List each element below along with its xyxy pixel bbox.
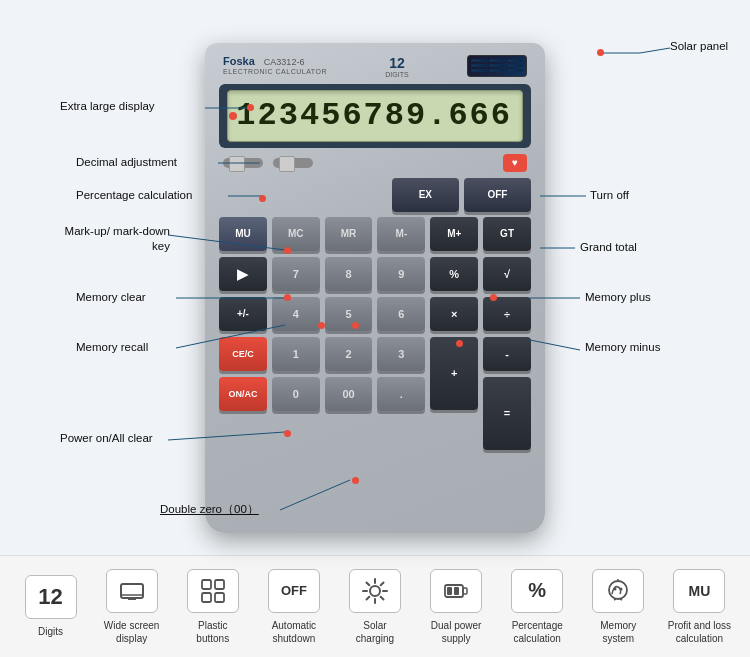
nine-button[interactable]: 9: [377, 257, 425, 291]
mc-button[interactable]: MC: [272, 217, 320, 251]
feature-auto-shutdown: OFF Automaticshutdown: [254, 569, 334, 645]
svg-rect-32: [447, 587, 452, 595]
four-button[interactable]: 4: [272, 297, 320, 331]
six-button[interactable]: 6: [377, 297, 425, 331]
feature-digits-icon: 12: [25, 575, 77, 619]
feature-auto-shutdown-label: Automaticshutdown: [272, 619, 316, 645]
svg-line-28: [381, 582, 384, 585]
mc-dot: [284, 294, 291, 301]
feature-bar: 12 Digits Wide screendisplay Plasticbutt…: [0, 555, 750, 657]
clear-entry-button[interactable]: CE/C: [219, 337, 267, 371]
sqrt-button[interactable]: √: [483, 257, 531, 291]
shift-button[interactable]: ▶: [219, 257, 267, 291]
memory-system-svg: [604, 577, 632, 605]
feature-profit-loss-icon: MU: [673, 569, 725, 613]
memory-minus-label: Memory minus: [585, 341, 660, 353]
svg-point-35: [614, 587, 617, 590]
svg-rect-18: [215, 580, 224, 589]
feature-solar-charging-icon: [349, 569, 401, 613]
mr-button[interactable]: MR: [325, 217, 373, 251]
svg-point-21: [370, 586, 380, 596]
solar-panel-dot: [597, 49, 604, 56]
calculator-body: Foska CA3312-6 ELECTRONIC CALCULATOR 12 …: [205, 43, 545, 533]
feature-solar-charging-label: Solarcharging: [356, 619, 394, 645]
minus-button[interactable]: -: [483, 337, 531, 371]
feature-profit-loss: MU Profit and losscalculation: [659, 569, 739, 645]
feature-wide-screen: Wide screendisplay: [92, 569, 172, 645]
rounding-slider[interactable]: [273, 158, 313, 168]
mplus-dot: [490, 294, 497, 301]
equals-button[interactable]: =: [483, 377, 531, 450]
brand-info: Foska CA3312-6 ELECTRONIC CALCULATOR: [223, 55, 327, 77]
mminus-button[interactable]: M-: [377, 217, 425, 251]
adjustment-row: ♥: [219, 154, 531, 172]
feature-plastic-buttons: Plasticbuttons: [173, 569, 253, 645]
display-indicator-dot: [229, 112, 237, 120]
divide-button[interactable]: ÷: [483, 297, 531, 331]
feature-dual-power-icon: [430, 569, 482, 613]
grand-total-label: Grand total: [580, 241, 637, 253]
mu-button[interactable]: MU: [219, 217, 267, 251]
three-button[interactable]: 3: [377, 337, 425, 371]
mu-dot: [284, 247, 291, 254]
one-button[interactable]: 1: [272, 337, 320, 371]
eight-button[interactable]: 8: [325, 257, 373, 291]
main-area: Foska CA3312-6 ELECTRONIC CALCULATOR 12 …: [0, 0, 750, 555]
mr-dot: [318, 322, 325, 329]
solar-panel: [467, 55, 527, 77]
feature-percentage: % Percentagecalculation: [497, 569, 577, 645]
display-dot-ann: [247, 104, 254, 111]
feature-dual-power: Dual powersupply: [416, 569, 496, 645]
svg-line-39: [620, 599, 622, 600]
feature-memory-system: Memorysystem: [578, 569, 658, 645]
doublezero-dot: [352, 477, 359, 484]
plastic-buttons-svg: [199, 577, 227, 605]
feature-wide-screen-label: Wide screendisplay: [104, 619, 160, 645]
svg-line-1: [640, 48, 670, 53]
mminus-label-dot: [456, 340, 463, 347]
two-button[interactable]: 2: [325, 337, 373, 371]
svg-rect-20: [215, 593, 224, 602]
mplus-button[interactable]: M+: [430, 217, 478, 251]
digits-number: 12: [389, 55, 405, 71]
gt-button[interactable]: GT: [483, 217, 531, 251]
wide-screen-svg: [118, 577, 146, 605]
five-button[interactable]: 5: [325, 297, 373, 331]
feature-percentage-label: Percentagecalculation: [512, 619, 563, 645]
svg-rect-17: [202, 580, 211, 589]
multiply-button[interactable]: ×: [430, 297, 478, 331]
seven-button[interactable]: 7: [272, 257, 320, 291]
feature-memory-system-label: Memorysystem: [600, 619, 636, 645]
percentage-calculation-label: Percentage calculation: [76, 189, 192, 201]
feature-wide-screen-icon: [106, 569, 158, 613]
mminus-dot: [352, 322, 359, 329]
doublezero-button[interactable]: 00: [325, 377, 373, 411]
off-button[interactable]: OFF: [464, 178, 531, 212]
ex-button[interactable]: EX: [392, 178, 459, 212]
zero-button[interactable]: 0: [272, 377, 320, 411]
power-on-label: Power on/All clear: [60, 432, 153, 444]
feature-plastic-buttons-label: Plasticbuttons: [196, 619, 229, 645]
decimal-slider[interactable]: [223, 158, 263, 168]
memory-clear-label: Memory clear: [76, 291, 146, 303]
memory-recall-label: Memory recall: [76, 341, 148, 353]
dual-power-svg: [442, 577, 470, 605]
solar-panel-label: Solar panel: [670, 40, 728, 52]
solar-charging-svg: [361, 577, 389, 605]
memory-plus-label: Memory plus: [585, 291, 651, 303]
digits-label-text: DIGITS: [385, 71, 408, 78]
percent-button[interactable]: %: [430, 257, 478, 291]
decimal-adjustment-label: Decimal adjustment: [76, 156, 177, 168]
plusminus-button[interactable]: +/-: [219, 297, 267, 331]
feature-digits: 12 Digits: [11, 575, 91, 638]
calc-header: Foska CA3312-6 ELECTRONIC CALCULATOR 12 …: [219, 53, 531, 78]
svg-rect-14: [121, 584, 143, 598]
svg-rect-19: [202, 593, 211, 602]
svg-line-38: [614, 599, 616, 600]
heart-button[interactable]: ♥: [503, 154, 527, 172]
feature-digits-label: Digits: [38, 625, 63, 638]
svg-line-26: [366, 582, 369, 585]
power-button[interactable]: ON/AC: [219, 377, 267, 411]
model-number: CA3312-6: [264, 57, 305, 67]
decimal-button[interactable]: .: [377, 377, 425, 411]
